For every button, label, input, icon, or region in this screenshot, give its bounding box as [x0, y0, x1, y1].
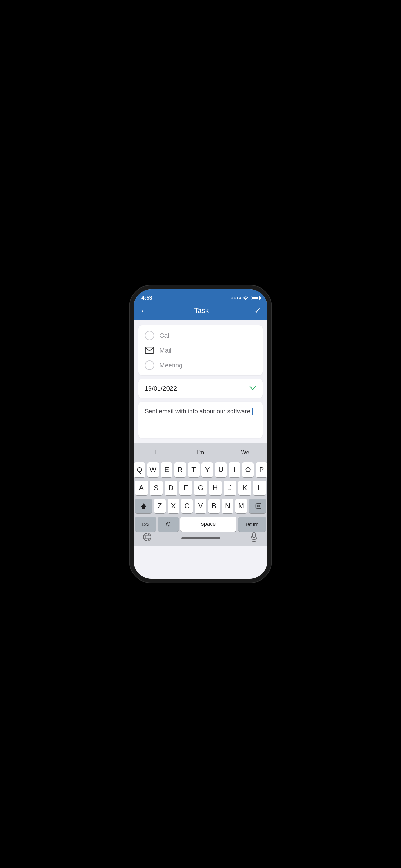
- status-icons: [232, 296, 259, 301]
- shift-key[interactable]: [135, 499, 152, 514]
- svg-rect-0: [145, 347, 154, 353]
- date-value: 19/01/2022: [145, 385, 177, 392]
- key-e[interactable]: E: [161, 462, 173, 477]
- key-h[interactable]: H: [209, 480, 222, 495]
- bottom-bar: [134, 533, 267, 547]
- key-d[interactable]: D: [165, 480, 178, 495]
- battery-icon: [251, 296, 259, 300]
- predictive-item-1[interactable]: I: [134, 450, 178, 456]
- key-o[interactable]: O: [242, 462, 254, 477]
- key-y[interactable]: Y: [202, 462, 213, 477]
- key-row-1: Q W E R T Y U I O P: [135, 462, 266, 477]
- keyboard: I I'm We Q W E R T Y U I O P A: [134, 443, 267, 547]
- mail-label: Mail: [159, 347, 172, 354]
- call-radio[interactable]: [145, 331, 154, 340]
- key-g[interactable]: G: [194, 480, 207, 495]
- key-row-3: Z X C V B N M: [135, 499, 266, 514]
- nav-title: Task: [194, 306, 209, 315]
- notes-card[interactable]: Sent email with info about our software.: [138, 402, 263, 438]
- key-a[interactable]: A: [135, 480, 148, 495]
- task-options: Call Mail Meeting: [145, 331, 256, 370]
- emoji-key[interactable]: ☺: [158, 517, 179, 531]
- key-rows: Q W E R T Y U I O P A S D F G H J K: [134, 460, 267, 533]
- key-q[interactable]: Q: [134, 462, 145, 477]
- key-u[interactable]: U: [215, 462, 227, 477]
- key-w[interactable]: W: [147, 462, 159, 477]
- key-t[interactable]: T: [188, 462, 199, 477]
- key-row-4: 123 ☺ space return: [135, 517, 266, 531]
- nav-bar: ← Task ✓: [134, 304, 267, 320]
- key-b[interactable]: B: [208, 499, 220, 514]
- task-type-card: Call Mail Meeting: [138, 326, 263, 375]
- signal-icon: [232, 298, 241, 299]
- space-key[interactable]: space: [181, 517, 236, 531]
- key-p[interactable]: P: [256, 462, 267, 477]
- predictive-item-2[interactable]: I'm: [178, 450, 222, 456]
- phone-frame: 4:53 ← Task ✓: [134, 289, 267, 579]
- svg-rect-9: [253, 533, 255, 538]
- key-row-2: A S D F G H J K L: [135, 480, 266, 495]
- predictive-bar: I I'm We: [134, 445, 267, 460]
- key-c[interactable]: C: [181, 499, 193, 514]
- status-time: 4:53: [142, 295, 152, 301]
- date-chevron-icon[interactable]: [249, 384, 256, 393]
- globe-icon[interactable]: [143, 532, 152, 544]
- key-v[interactable]: V: [195, 499, 206, 514]
- call-option[interactable]: Call: [145, 331, 256, 340]
- date-row: 19/01/2022: [145, 384, 256, 393]
- delete-key[interactable]: [249, 499, 266, 514]
- key-x[interactable]: X: [167, 499, 179, 514]
- svg-marker-1: [141, 503, 146, 508]
- mail-icon: [145, 345, 154, 355]
- wifi-icon: [243, 296, 249, 301]
- key-m[interactable]: M: [235, 499, 247, 514]
- text-cursor: [252, 408, 253, 415]
- back-button[interactable]: ←: [140, 306, 149, 315]
- confirm-button[interactable]: ✓: [254, 306, 261, 315]
- call-label: Call: [159, 332, 171, 339]
- key-i[interactable]: I: [228, 462, 240, 477]
- key-r[interactable]: R: [174, 462, 186, 477]
- notes-field[interactable]: Sent email with info about our software.: [145, 407, 256, 433]
- key-n[interactable]: N: [222, 499, 234, 514]
- meeting-label: Meeting: [159, 362, 182, 369]
- key-k[interactable]: K: [238, 480, 251, 495]
- key-j[interactable]: J: [224, 480, 237, 495]
- status-bar: 4:53: [134, 289, 267, 304]
- mail-option[interactable]: Mail: [145, 345, 256, 355]
- home-indicator: [181, 537, 220, 539]
- numbers-key[interactable]: 123: [135, 517, 156, 531]
- key-z[interactable]: Z: [154, 499, 166, 514]
- predictive-item-3[interactable]: We: [223, 450, 267, 456]
- key-f[interactable]: F: [179, 480, 192, 495]
- key-s[interactable]: S: [150, 480, 163, 495]
- microphone-icon[interactable]: [250, 532, 258, 544]
- key-l[interactable]: L: [253, 480, 266, 495]
- return-key[interactable]: return: [238, 517, 266, 531]
- meeting-radio[interactable]: [145, 361, 154, 370]
- main-content: Call Mail Meeting: [134, 320, 267, 443]
- meeting-option[interactable]: Meeting: [145, 361, 256, 370]
- date-card[interactable]: 19/01/2022: [138, 379, 263, 398]
